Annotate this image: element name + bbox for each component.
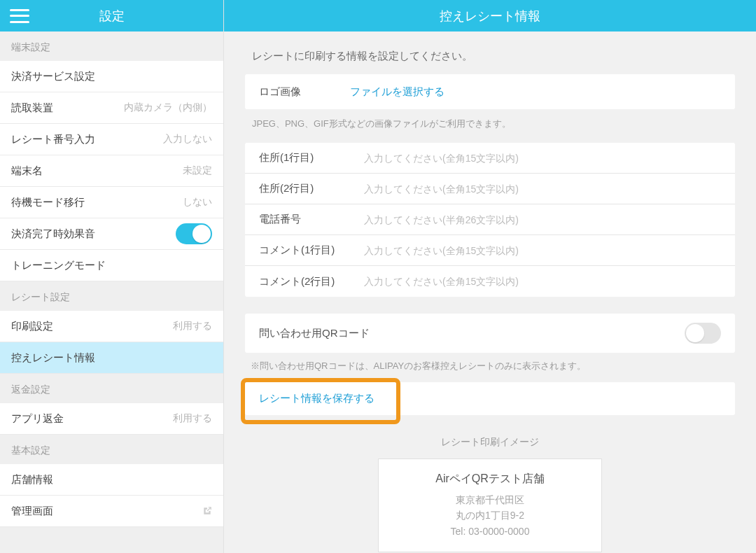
sidebar-item-value: 入力しない xyxy=(163,133,212,146)
main-body: レシートに印刷する情報を設定してください。 ロゴ画像 ファイルを選択する JPE… xyxy=(224,31,756,553)
sidebar-header: 設定 xyxy=(0,0,223,31)
comment1-input[interactable] xyxy=(364,245,721,256)
preview-address1: 東京都千代田区 xyxy=(386,492,594,507)
sidebar-item-label: 控えレシート情報 xyxy=(11,351,95,365)
logo-label: ロゴ画像 xyxy=(259,85,350,99)
section-label-refund: 返金設定 xyxy=(0,374,223,403)
address1-input[interactable] xyxy=(364,153,721,164)
page-title: 控えレシート情報 xyxy=(440,8,540,24)
sidebar-item-receipt-info[interactable]: 控えレシート情報 xyxy=(0,342,223,374)
logo-row: ロゴ画像 ファイルを選択する xyxy=(245,74,735,109)
sidebar-item-label: トレーニングモード xyxy=(11,259,106,272)
section-label-basic: 基本設定 xyxy=(0,435,223,464)
form-label: コメント(1行目) xyxy=(259,244,364,257)
form-row-address2: 住所(2行目) xyxy=(245,174,735,204)
sidebar-body: 端末設定 決済サービス設定 読取装置 内蔵カメラ（内側） レシート番号入力 入力… xyxy=(0,31,223,553)
sidebar-item-app-refund[interactable]: アプリ返金 利用する xyxy=(0,403,223,435)
preview-store-name: AirペイQRテスト店舗 xyxy=(386,472,594,486)
form-row-tel: 電話番号 xyxy=(245,204,735,235)
sidebar: 設定 端末設定 決済サービス設定 読取装置 内蔵カメラ（内側） レシート番号入力… xyxy=(0,0,224,553)
tel-input[interactable] xyxy=(364,214,721,225)
sidebar-item-terminal-name[interactable]: 端末名 未設定 xyxy=(0,155,223,187)
form-label: 電話番号 xyxy=(259,213,364,226)
form-label: 住所(1行目) xyxy=(259,151,364,164)
preview-address2: 丸の内1丁目9-2 xyxy=(386,507,594,523)
form-group: 住所(1行目) 住所(2行目) 電話番号 コメント(1行目) コメント(2行目) xyxy=(245,143,735,297)
toggle-qr[interactable] xyxy=(685,323,721,344)
sidebar-item-label: 印刷設定 xyxy=(11,320,53,333)
sidebar-item-label: 決済完了時効果音 xyxy=(11,227,95,241)
sidebar-item-admin[interactable]: 管理画面 xyxy=(0,496,223,527)
sidebar-item-label: 端末名 xyxy=(11,164,43,178)
sidebar-item-label: 待機モード移行 xyxy=(11,196,85,209)
save-button[interactable]: レシート情報を保存する xyxy=(259,392,374,404)
sidebar-item-label: 読取装置 xyxy=(11,102,53,115)
sidebar-item-reader[interactable]: 読取装置 内蔵カメラ（内側） xyxy=(0,92,223,124)
main: 控えレシート情報 レシートに印刷する情報を設定してください。 ロゴ画像 ファイル… xyxy=(224,0,756,553)
qr-label: 問い合わせ用QRコード xyxy=(259,327,370,340)
address2-input[interactable] xyxy=(364,183,721,195)
comment2-input[interactable] xyxy=(364,276,721,287)
sidebar-item-store-info[interactable]: 店舗情報 xyxy=(0,464,223,496)
sidebar-item-label: 店舗情報 xyxy=(11,473,53,486)
sidebar-item-label: アプリ返金 xyxy=(11,412,64,426)
instruction-text: レシートに印刷する情報を設定してください。 xyxy=(245,41,735,74)
sidebar-item-standby-mode[interactable]: 待機モード移行 しない xyxy=(0,187,223,218)
sidebar-title: 設定 xyxy=(99,8,125,24)
section-label-terminal: 端末設定 xyxy=(0,31,223,61)
form-row-comment1: コメント(1行目) xyxy=(245,235,735,266)
sidebar-item-label: 決済サービス設定 xyxy=(11,70,95,83)
form-row-address1: 住所(1行目) xyxy=(245,143,735,174)
logo-file-select[interactable]: ファイルを選択する xyxy=(350,85,444,99)
sidebar-item-value: しない xyxy=(183,196,212,209)
toggle-sound[interactable] xyxy=(176,223,212,244)
save-row: レシート情報を保存する xyxy=(245,382,735,415)
form-label: コメント(2行目) xyxy=(259,275,364,288)
sidebar-item-training[interactable]: トレーニングモード xyxy=(0,250,223,281)
sidebar-item-value: 未設定 xyxy=(183,164,212,177)
sidebar-item-label: レシート番号入力 xyxy=(11,133,95,146)
menu-icon[interactable] xyxy=(10,9,29,23)
logo-note: JPEG、PNG、GIF形式などの画像ファイルがご利用できます。 xyxy=(245,109,735,143)
sidebar-item-value: 利用する xyxy=(173,412,212,425)
sidebar-item-print-settings[interactable]: 印刷設定 利用する xyxy=(0,311,223,342)
main-header: 控えレシート情報 xyxy=(224,0,756,31)
sidebar-item-value: 内蔵カメラ（内側） xyxy=(124,102,212,114)
sidebar-item-receipt-number[interactable]: レシート番号入力 入力しない xyxy=(0,124,223,155)
preview-tel: Tel: 03-0000-0000 xyxy=(386,524,594,539)
preview-title: レシート印刷イメージ xyxy=(245,436,735,449)
sidebar-item-label: 管理画面 xyxy=(11,505,53,518)
form-row-comment2: コメント(2行目) xyxy=(245,266,735,297)
section-label-receipt: レシート設定 xyxy=(0,281,223,311)
qr-note: ※問い合わせ用QRコードは、ALIPAYのお客様控えレシートのみに表示されます。 xyxy=(245,353,735,382)
form-label: 住所(2行目) xyxy=(259,182,364,195)
sidebar-item-payment-service[interactable]: 決済サービス設定 xyxy=(0,61,223,92)
sidebar-item-sound[interactable]: 決済完了時効果音 xyxy=(0,218,223,250)
qr-row: 問い合わせ用QRコード xyxy=(245,314,735,353)
external-link-icon xyxy=(202,506,212,516)
preview-box: AirペイQRテスト店舗 東京都千代田区 丸の内1丁目9-2 Tel: 03-0… xyxy=(378,458,602,552)
save-container: レシート情報を保存する xyxy=(245,382,735,415)
sidebar-item-value: 利用する xyxy=(173,320,212,332)
